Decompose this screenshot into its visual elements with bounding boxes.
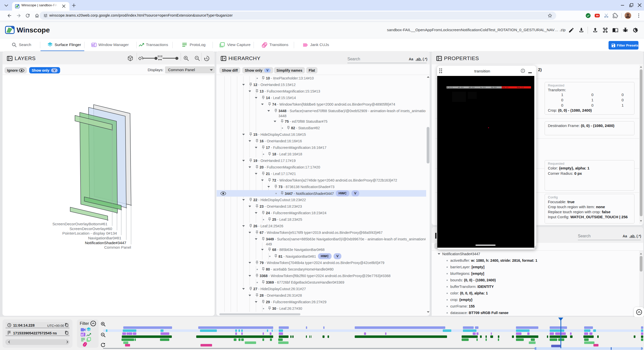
svg-text:Common Panel: Common Panel	[104, 245, 131, 249]
svg-text:NavigationBar0#81: NavigationBar0#81	[88, 236, 121, 240]
svg-text:ScreenDecorOverlay#60: ScreenDecorOverlay#60	[69, 227, 112, 231]
svg-text:ScreenDecorOverlayBottom#61: ScreenDecorOverlayBottom#61	[52, 222, 107, 226]
svg-text:NotificationShade#3447: NotificationShade#3447	[85, 241, 126, 245]
svg-text:PointerLocation - display 0#13: PointerLocation - display 0#134	[62, 231, 117, 235]
